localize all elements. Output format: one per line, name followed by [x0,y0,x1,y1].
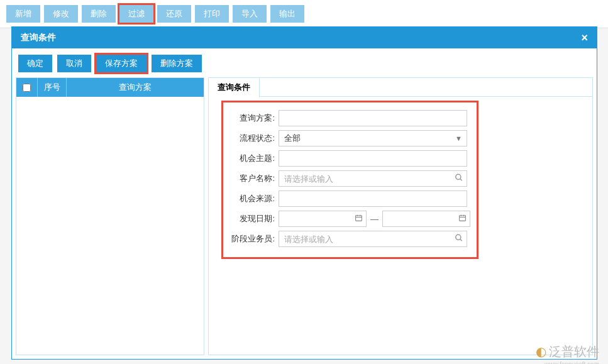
discover-date-row: 发现日期: — [229,211,470,227]
query-plan-row: 查询方案: [229,110,470,126]
dialog-title: 查询条件 [21,32,56,43]
opportunity-source-label: 机会来源: [229,193,275,204]
query-plan-label: 查询方案: [229,113,275,124]
dialog-header: 查询条件 × [12,27,597,48]
discover-date-label: 发现日期: [229,213,275,224]
confirm-button[interactable]: 确定 [18,55,52,72]
customer-name-row: 客户名称: [229,170,470,187]
calendar-icon[interactable] [458,214,467,224]
query-plan-input[interactable] [279,110,467,126]
calendar-icon[interactable] [355,214,363,224]
tab-underline [209,96,592,97]
stage-sales-label: 阶段业务员: [229,233,275,245]
select-all-cell [16,78,38,97]
svg-line-1 [460,179,462,180]
import-button[interactable]: 导入 [233,5,267,23]
svg-point-10 [456,234,461,240]
customer-name-wrap [279,170,467,187]
date-to-wrap [382,211,470,227]
process-status-label: 流程状态: [229,133,275,144]
date-range: — [279,211,470,227]
watermark-url: www.fanpusoft.com [544,361,599,364]
edit-button[interactable]: 修改 [44,5,78,23]
process-status-value[interactable] [279,130,467,146]
delete-plan-button[interactable]: 删除方案 [152,55,202,72]
opportunity-topic-row: 机会主题: [229,150,470,167]
plan-list-header: 序号 查询方案 [16,78,204,97]
criteria-form: 查询方案: 流程状态: ▼ 机会主题: 客户名称: [221,101,478,259]
search-icon[interactable] [455,234,463,245]
restore-button[interactable]: 还原 [157,5,191,23]
criteria-tab[interactable]: 查询条件 [208,77,260,97]
dialog-body: 序号 查询方案 查询条件 查询方案: 流程状态: ▼ [12,77,597,359]
search-icon[interactable] [455,174,463,184]
date-from-wrap [279,211,367,227]
opportunity-topic-label: 机会主题: [229,153,275,164]
select-all-checkbox[interactable] [23,84,31,92]
date-separator: — [370,214,379,224]
customer-name-input[interactable] [279,170,467,187]
opportunity-topic-input[interactable] [279,150,467,167]
date-from-input[interactable] [279,211,367,227]
filter-button[interactable]: 过滤 [119,5,153,23]
cancel-button[interactable]: 取消 [57,55,91,72]
stage-sales-row: 阶段业务员: [229,231,470,247]
criteria-panel: 查询条件 查询方案: 流程状态: ▼ 机会主题: [208,77,593,355]
opportunity-source-row: 机会来源: [229,190,470,207]
save-plan-button[interactable]: 保存方案 [96,55,146,72]
svg-point-0 [456,174,461,179]
export-button[interactable]: 输出 [270,5,304,23]
svg-line-11 [460,239,462,241]
process-status-row: 流程状态: ▼ [229,130,470,146]
query-dialog: 查询条件 × 确定 取消 保存方案 删除方案 序号 查询方案 查询条件 查询方案 [11,26,597,360]
plan-list-panel: 序号 查询方案 [16,77,204,355]
delete-button[interactable]: 删除 [82,5,116,23]
new-button[interactable]: 新增 [6,5,40,23]
top-toolbar: 新增 修改 删除 过滤 还原 打印 导入 输出 [0,0,608,28]
stage-sales-wrap [279,231,467,247]
stage-sales-input[interactable] [279,231,467,247]
customer-name-label: 客户名称: [229,173,275,184]
svg-rect-6 [460,216,466,221]
seq-header: 序号 [38,78,67,97]
opportunity-source-input[interactable] [279,190,467,207]
close-icon[interactable]: × [581,32,588,43]
dialog-actions: 确定 取消 保存方案 删除方案 [12,48,597,77]
date-to-input[interactable] [382,211,470,227]
plan-header: 查询方案 [67,78,204,97]
print-button[interactable]: 打印 [195,5,229,23]
svg-rect-2 [356,216,362,221]
process-status-select[interactable]: ▼ [279,130,467,146]
